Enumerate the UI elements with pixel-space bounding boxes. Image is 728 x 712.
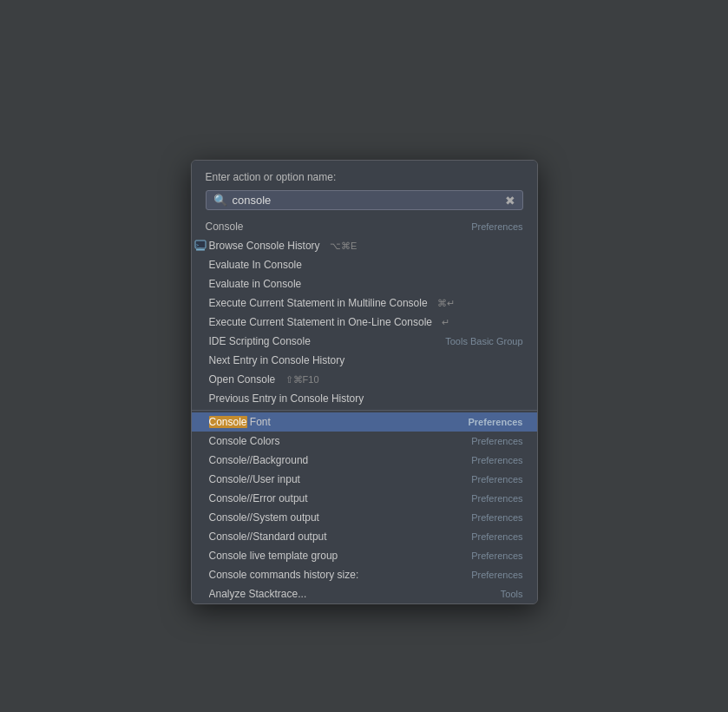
item-category: Tools — [501, 589, 523, 599]
item-label: Analyze Stacktrace... — [209, 588, 494, 600]
list-item[interactable]: Analyze Stacktrace... Tools — [192, 584, 537, 603]
section-header-label: Console — [206, 221, 465, 233]
list-item[interactable]: Execute Current Statement in Multiline C… — [192, 293, 537, 313]
list-item[interactable]: Console Colors Preferences — [192, 432, 537, 451]
item-label: Evaluate In Console — [209, 259, 523, 271]
list-item[interactable]: Console//System output Preferences — [192, 508, 537, 527]
list-item[interactable]: IDE Scripting Console Tools Basic Group — [192, 332, 537, 351]
list-item[interactable]: Console//Error output Preferences — [192, 489, 537, 508]
item-category: Preferences — [469, 417, 523, 427]
search-input[interactable] — [233, 194, 500, 207]
item-label: Console//User input — [209, 473, 465, 485]
item-category: Preferences — [471, 512, 522, 523]
svg-text:>_: >_ — [196, 242, 202, 248]
svg-rect-1 — [196, 249, 205, 251]
browse-console-history-icon: >_ — [193, 239, 207, 253]
list-item[interactable]: Open Console ⇧⌘F10 — [192, 370, 537, 389]
list-item[interactable]: >_ Browse Console History ⌥⌘E — [192, 236, 537, 255]
item-label: Open Console ⇧⌘F10 — [209, 373, 523, 386]
list-item[interactable]: Console live template group Preferences — [192, 546, 537, 565]
item-label: Evaluate in Console — [209, 278, 523, 290]
item-label: Console Colors — [209, 435, 465, 447]
item-label: Execute Current Statement in Multiline C… — [209, 297, 523, 309]
list-item[interactable]: Previous Entry in Console History — [192, 389, 537, 408]
list-item-selected[interactable]: Console Font Preferences — [192, 412, 537, 432]
item-shortcut: ↵ — [442, 317, 449, 327]
list-item[interactable]: Console//Standard output Preferences — [192, 527, 537, 546]
list-item[interactable]: Console//Background Preferences — [192, 451, 537, 470]
list-item[interactable]: Execute Current Statement in One-Line Co… — [192, 313, 537, 332]
list-item[interactable]: Evaluate in Console — [192, 274, 537, 293]
item-label: Console live template group — [209, 550, 465, 562]
item-label: Console commands history size: — [209, 569, 465, 581]
item-category: Preferences — [471, 455, 522, 465]
item-label: Console Font — [209, 416, 462, 428]
highlight-text: Console — [209, 416, 247, 428]
dialog-header: Enter action or option name: 🔍 ✖ — [192, 161, 537, 217]
section-header-category: Preferences — [471, 221, 522, 232]
clear-icon[interactable]: ✖ — [505, 194, 515, 207]
item-shortcut: ⌥⌘E — [330, 241, 357, 251]
list-item[interactable]: Console//User input Preferences — [192, 470, 537, 489]
dialog-title: Enter action or option name: — [206, 171, 523, 183]
item-shortcut: ⇧⌘F10 — [285, 374, 319, 385]
item-category: Preferences — [471, 570, 522, 580]
action-dialog: Enter action or option name: 🔍 ✖ Console… — [191, 160, 538, 604]
item-shortcut: ⌘↵ — [437, 298, 455, 308]
list-item[interactable]: Console commands history size: Preferenc… — [192, 565, 537, 584]
list-item[interactable]: Next Entry in Console History — [192, 351, 537, 370]
item-category: Preferences — [471, 474, 522, 485]
item-label: Console//Error output — [209, 492, 465, 504]
item-label: Previous Entry in Console History — [209, 392, 523, 405]
item-category: Preferences — [471, 436, 522, 446]
search-row: 🔍 ✖ — [206, 190, 523, 210]
item-category: Preferences — [471, 550, 522, 561]
item-category: Preferences — [471, 493, 522, 504]
list-item[interactable]: Evaluate In Console — [192, 255, 537, 274]
item-category: Preferences — [471, 531, 522, 542]
item-label: Console//System output — [209, 511, 465, 524]
section-header-console: Console Preferences — [192, 217, 537, 236]
item-category: Tools Basic Group — [445, 336, 522, 346]
divider — [192, 410, 537, 411]
item-label: Next Entry in Console History — [209, 354, 523, 366]
item-label: Console//Background — [209, 454, 465, 466]
item-label: IDE Scripting Console — [209, 335, 439, 347]
item-label: Console//Standard output — [209, 531, 465, 543]
search-icon: 🔍 — [213, 194, 227, 207]
item-label: Browse Console History ⌥⌘E — [209, 240, 523, 252]
item-label: Execute Current Statement in One-Line Co… — [209, 316, 523, 328]
results-list: Console Preferences >_ Browse Console Hi… — [192, 217, 537, 603]
